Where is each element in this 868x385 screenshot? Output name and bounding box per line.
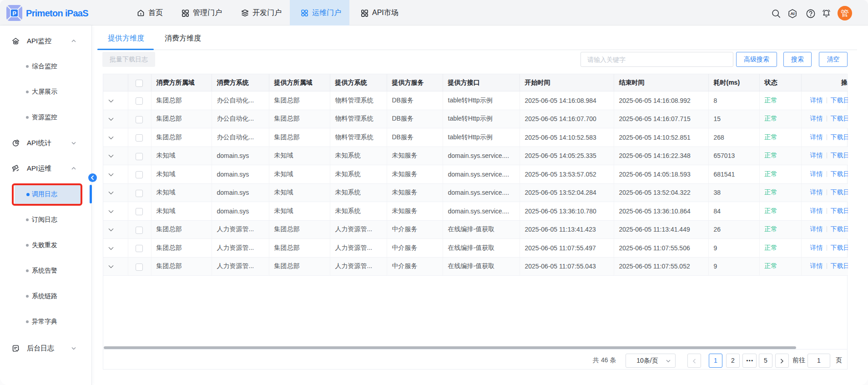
svg-text:P: P: [12, 10, 16, 17]
svg-text:AI: AI: [790, 11, 794, 16]
